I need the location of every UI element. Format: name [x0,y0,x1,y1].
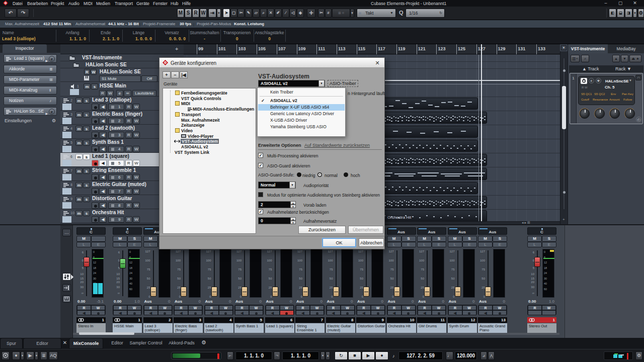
record-enable-button[interactable] [92,188,99,195]
transport-stop-button[interactable]: ■ [348,351,361,360]
steinberg-power-checkbox[interactable] [258,192,263,197]
read-button[interactable]: R [77,305,91,310]
tool-glue[interactable]: ▱ [253,9,260,18]
midi-channel-box[interactable]: 1 [108,104,124,110]
instrument-channel[interactable]: Ch. 5 [605,85,615,89]
midi-channel-box[interactable]: 5 [108,160,124,166]
menu-medien[interactable]: Medien [96,1,110,6]
record-button[interactable] [91,310,105,315]
tree-item-asio4all-v2[interactable]: ASIO4ALL v2 [163,144,256,149]
fader-handle[interactable] [534,257,540,267]
tempo-metronome-button[interactable]: ♩ [446,351,453,360]
monitor-button[interactable]: ◀ [99,118,107,124]
inspector-settings[interactable]: Einstellungen⚙ [4,118,57,125]
mute-button[interactable]: M [527,236,542,242]
asio-guard-checkbox[interactable]: ✓ [258,163,263,168]
info-value-stummschalten[interactable]: - [189,36,220,41]
bar-ruler[interactable]: 9910110310510710911111311511711912112312… [184,44,560,55]
cancel-button[interactable]: Abbrechen [359,238,384,247]
tab-inspector[interactable]: Inspector [3,44,47,53]
solo-button[interactable]: s [83,112,90,118]
menu-datei[interactable]: Datei [13,1,23,6]
read-button[interactable]: R [125,202,132,209]
pan-or-peak-value[interactable]: -5.1 [97,299,104,304]
read-button[interactable]: R [125,132,132,138]
volume-value[interactable]: Aus [357,299,365,304]
tool-split[interactable]: ✂ [237,9,245,18]
tempo-display[interactable]: 120.000 [455,351,477,360]
record-button[interactable] [542,310,556,315]
metronome-click-button[interactable] [2,351,10,360]
write-button[interactable]: W [493,305,507,310]
preload-spin-down[interactable]: ▼ [290,205,296,208]
fader-handle[interactable] [455,287,461,297]
monitor-button[interactable]: ◀ [99,202,107,209]
pan-or-peak-value[interactable]: 1.0 [134,299,140,304]
edit-button[interactable]: E [493,242,507,247]
quick-control-knob[interactable] [625,109,635,119]
tree-remove-reset-button[interactable]: |◀ [180,71,188,78]
midi-channel-box[interactable]: 3 [108,132,124,138]
tool-line[interactable]: ∕ [282,9,289,18]
volume-value[interactable]: Aus [144,299,152,304]
driver-option-x-usb-asio-driver[interactable]: X-USB ASIO Driver [258,117,345,124]
fader-handle[interactable] [242,287,248,297]
solo-button[interactable]: s [91,83,98,89]
pan-control[interactable]: Aus [478,227,507,235]
tab-spur[interactable]: Spur [0,338,23,349]
fader-handle[interactable] [181,287,187,297]
preload-spin-up[interactable]: ▲ [290,201,296,205]
solo-button[interactable]: s [83,196,90,202]
listen-button[interactable]: L [76,242,91,247]
fader-handle[interactable] [211,287,217,297]
channel-name-label[interactable]: Acoustic Grand Piano [478,323,507,333]
mixer-hscroll-thumb[interactable] [79,332,134,335]
write-button[interactable]: W [401,305,416,310]
multi-processing-checkbox[interactable]: ✓ [258,153,263,158]
read-button[interactable]: R [266,305,280,310]
driver-option-asio4all-v2[interactable]: ✓ASIO4ALL v2 [258,98,345,104]
read-button[interactable]: R [174,305,188,310]
volume-value[interactable]: Aus [449,299,456,304]
read-button[interactable]: R [235,305,249,310]
read-button[interactable]: R [528,305,542,310]
write-button[interactable]: W [542,305,556,310]
song-position-display[interactable]: 127. 2. 2. 59 [398,351,443,360]
pan-or-peak-value[interactable]: 0 [199,299,201,304]
pan-or-peak-value[interactable]: 0 [503,299,505,304]
menu-midi[interactable]: MIDI [84,1,93,6]
edit-button[interactable]: E [91,242,106,247]
tree-item-vst-audiosystem[interactable]: VST-Audiosystem [163,139,256,144]
record-button[interactable] [493,310,507,315]
pan-or-peak-value[interactable]: 0 [472,299,474,304]
record-enable-button[interactable] [92,216,99,223]
write-button[interactable]: W [341,305,355,310]
inspector-item-midi-kanalzug[interactable]: MIDI-Kanalzug‖ [4,86,57,95]
edit-button[interactable]: E [432,242,446,247]
fader-handle[interactable] [485,287,491,297]
edit-instrument-button[interactable]: e [116,90,123,97]
nudge-up-button[interactable]: ▴ [326,351,330,360]
reset-button[interactable]: Zurücksetzen [298,226,346,234]
volume-value[interactable]: Aus [327,299,335,304]
monitor-button[interactable]: ◀ [448,310,462,315]
edit-channel-icon[interactable]: e [49,56,55,62]
read-button[interactable]: R [125,174,132,180]
click-button[interactable]: ⊿ [480,351,487,360]
channel-name-label[interactable]: Lead 2 (sawtooth) [204,323,233,333]
fader-handle[interactable] [363,287,369,297]
monitor-button[interactable]: ◀ [235,310,249,315]
menu-gerte[interactable]: Geräte [136,1,149,6]
record-enable-button[interactable] [92,146,99,152]
record-button[interactable] [127,310,141,315]
global-w-button[interactable]: W [200,9,207,18]
inspector-item-lead-1-square-[interactable]: Lead 1 (square)▶e [4,54,57,63]
write-button[interactable]: W [127,305,141,310]
global-s-button[interactable]: S [185,9,192,18]
minimize-button[interactable]: – [603,1,608,6]
write-button[interactable]: W [133,104,140,110]
write-button[interactable]: W [133,132,140,138]
read-button[interactable]: R [387,305,401,310]
read-button[interactable]: R [125,146,132,152]
menu-projekt[interactable]: Projekt [51,1,64,6]
